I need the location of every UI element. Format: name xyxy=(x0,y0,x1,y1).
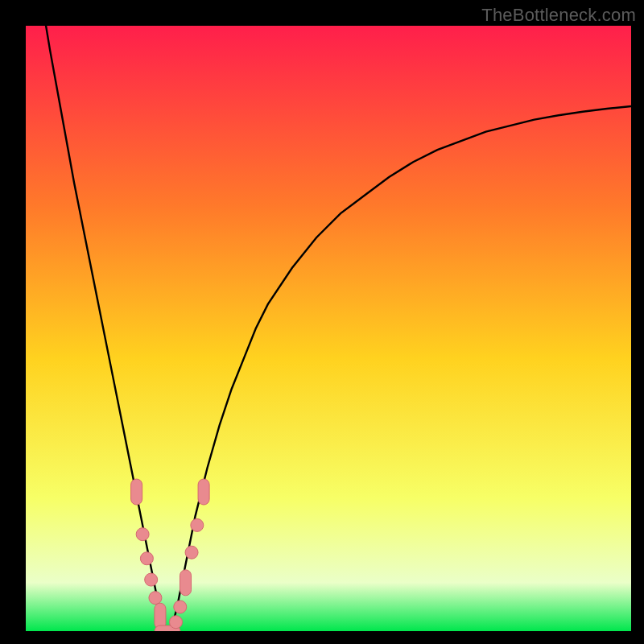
curve-marker xyxy=(198,479,209,505)
curve-marker xyxy=(170,616,183,629)
curve-marker xyxy=(191,518,204,531)
curve-marker xyxy=(149,592,162,605)
curve-marker xyxy=(136,528,149,541)
watermark-text: TheBottleneck.com xyxy=(481,5,636,26)
curve-marker xyxy=(155,603,166,629)
curve-marker xyxy=(145,573,158,586)
curve-marker xyxy=(174,601,187,613)
gradient-background xyxy=(26,26,631,631)
curve-marker xyxy=(140,552,153,565)
curve-marker xyxy=(180,570,192,596)
bottleneck-chart xyxy=(0,0,644,644)
curve-marker xyxy=(131,479,142,505)
chart-frame: TheBottleneck.com xyxy=(0,0,644,644)
curve-marker xyxy=(185,546,198,559)
